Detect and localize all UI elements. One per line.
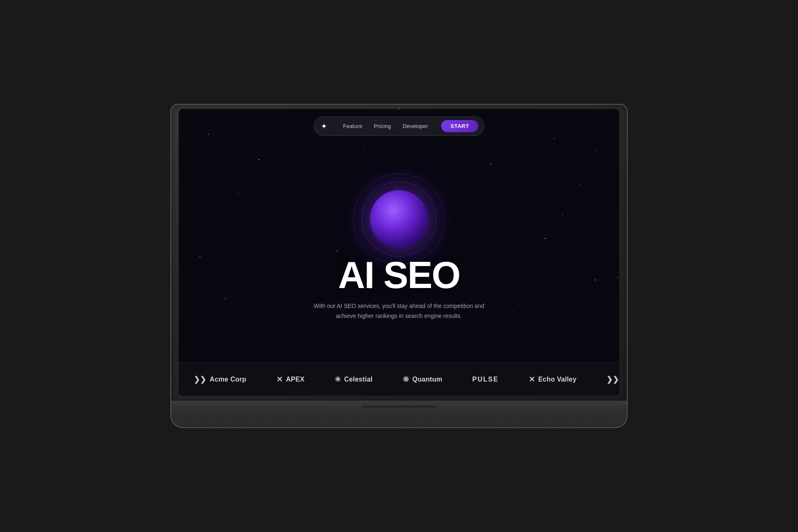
- nav-link-pricing[interactable]: Pricing: [374, 123, 391, 129]
- echo-icon-1: ✕: [529, 375, 535, 384]
- purple-orb: [370, 190, 428, 248]
- screen-content: ✦ Feature Pricing Developer START: [179, 109, 619, 396]
- partner-apex-1: ✕ APEX: [261, 375, 320, 384]
- celestial-label-1: Celestial: [344, 376, 373, 383]
- partner-echo-1: ✕ Echo Valley: [514, 375, 592, 384]
- laptop-base: [170, 401, 628, 428]
- hero-subtitle-line2: achieve higher rankings in search engine…: [336, 313, 462, 319]
- nav-links: Feature Pricing Developer: [343, 123, 428, 129]
- partners-track: ❯❯ Acme Corp ✕ APEX ✳ Celestial ❊: [179, 375, 619, 384]
- nav-logo: ✦: [318, 121, 330, 132]
- scroll-arrow: ›: [608, 375, 611, 384]
- quantum-icon-1: ❊: [403, 375, 409, 384]
- hero-subtitle: With our AI SEO services, you'll stay ah…: [312, 301, 486, 321]
- partner-quantum-1: ❊ Quantum: [388, 375, 458, 384]
- svg-point-7: [596, 150, 597, 151]
- apex-label-1: APEX: [286, 376, 305, 383]
- hero-title: AI SEO: [179, 256, 619, 294]
- partners-section: ❯❯ Acme Corp ✕ APEX ✳ Celestial ❊: [179, 362, 619, 396]
- hero-section: AI SEO With our AI SEO services, you'll …: [179, 177, 619, 321]
- svg-point-6: [554, 138, 554, 139]
- laptop-lid: ✦ Feature Pricing Developer START: [170, 104, 628, 403]
- nav-link-feature[interactable]: Feature: [343, 123, 362, 129]
- pulse-label-1: PULSE: [472, 376, 498, 383]
- laptop-wrapper: ✦ Feature Pricing Developer START: [170, 104, 628, 428]
- svg-point-3: [364, 146, 365, 147]
- celestial-icon-1: ✳: [335, 375, 341, 384]
- logo-icon: ✦: [321, 122, 327, 131]
- partner-pulse-1: PULSE: [457, 376, 513, 383]
- screen-bezel: ✦ Feature Pricing Developer START: [179, 109, 619, 396]
- partner-celestial-1: ✳ Celestial: [320, 375, 388, 384]
- nav-link-developer[interactable]: Developer: [403, 123, 428, 129]
- start-button[interactable]: START: [441, 120, 478, 132]
- svg-point-0: [208, 134, 209, 135]
- navbar: ✦ Feature Pricing Developer START: [313, 116, 484, 136]
- hero-subtitle-line1: With our AI SEO services, you'll stay ah…: [314, 303, 484, 309]
- svg-point-1: [259, 159, 260, 160]
- orb-container: [349, 169, 449, 269]
- apex-icon-1: ✕: [276, 375, 283, 384]
- echo-label-1: Echo Valley: [538, 376, 576, 383]
- svg-point-5: [490, 163, 492, 164]
- partner-acme-2: ❯❯ Acme Corp: [591, 375, 619, 384]
- acme-icon-1: ❯❯: [194, 375, 207, 384]
- partner-acme-1: ❯❯ Acme Corp: [179, 375, 261, 384]
- camera-dot: [397, 106, 401, 110]
- acme-label-1: Acme Corp: [210, 376, 246, 383]
- quantum-label-1: Quantum: [412, 376, 442, 383]
